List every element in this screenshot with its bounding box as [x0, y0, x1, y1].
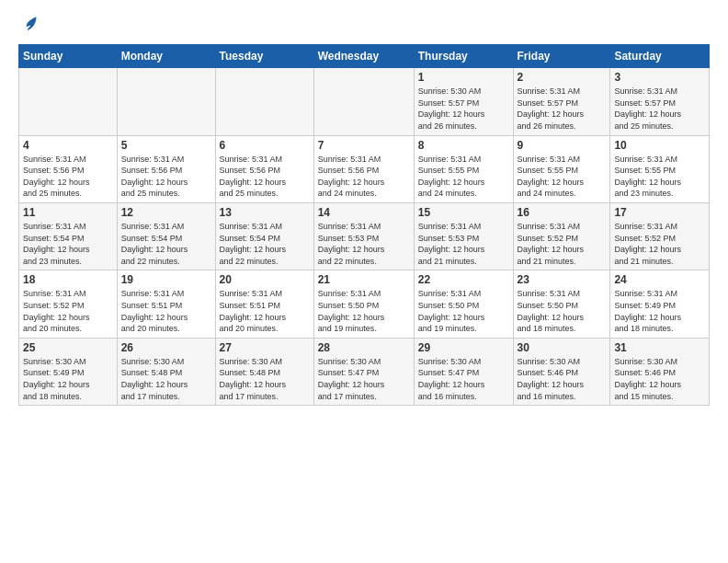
logo-bird-icon [20, 15, 39, 33]
day-number: 17 [614, 206, 705, 219]
calendar-cell: 6Sunrise: 5:31 AM Sunset: 5:56 PM Daylig… [215, 135, 313, 202]
weekday-header: Thursday [414, 45, 513, 68]
day-info: Sunrise: 5:31 AM Sunset: 5:57 PM Dayligh… [518, 86, 607, 132]
calendar-cell: 20Sunrise: 5:31 AM Sunset: 5:51 PM Dayli… [215, 270, 313, 338]
day-info: Sunrise: 5:31 AM Sunset: 5:57 PM Dayligh… [614, 86, 705, 132]
day-number: 28 [318, 341, 410, 354]
logo [18, 15, 39, 33]
day-number: 27 [220, 341, 310, 354]
calendar-table: SundayMondayTuesdayWednesdayThursdayFrid… [18, 44, 710, 406]
day-number: 18 [23, 273, 113, 286]
day-number: 29 [418, 341, 509, 354]
day-info: Sunrise: 5:31 AM Sunset: 5:53 PM Dayligh… [418, 221, 509, 267]
day-info: Sunrise: 5:31 AM Sunset: 5:50 PM Dayligh… [318, 288, 410, 334]
calendar-cell: 12Sunrise: 5:31 AM Sunset: 5:54 PM Dayli… [117, 203, 215, 270]
calendar-cell: 18Sunrise: 5:31 AM Sunset: 5:52 PM Dayli… [19, 270, 118, 338]
day-number: 24 [614, 273, 705, 286]
day-number: 6 [220, 139, 310, 152]
day-number: 25 [23, 341, 113, 354]
calendar-cell: 5Sunrise: 5:31 AM Sunset: 5:56 PM Daylig… [117, 135, 215, 202]
weekday-header: Tuesday [215, 45, 313, 68]
day-info: Sunrise: 5:31 AM Sunset: 5:52 PM Dayligh… [614, 221, 705, 267]
day-info: Sunrise: 5:31 AM Sunset: 5:51 PM Dayligh… [121, 288, 211, 334]
day-info: Sunrise: 5:31 AM Sunset: 5:54 PM Dayligh… [220, 221, 310, 267]
calendar-cell: 30Sunrise: 5:30 AM Sunset: 5:46 PM Dayli… [513, 338, 610, 405]
calendar-cell [19, 68, 118, 135]
calendar-cell: 31Sunrise: 5:30 AM Sunset: 5:46 PM Dayli… [610, 338, 710, 405]
calendar-cell: 2Sunrise: 5:31 AM Sunset: 5:57 PM Daylig… [513, 68, 610, 135]
day-number: 4 [23, 139, 113, 152]
day-info: Sunrise: 5:30 AM Sunset: 5:48 PM Dayligh… [121, 356, 211, 402]
calendar-cell: 27Sunrise: 5:30 AM Sunset: 5:48 PM Dayli… [215, 338, 313, 405]
day-info: Sunrise: 5:31 AM Sunset: 5:55 PM Dayligh… [518, 154, 607, 200]
day-info: Sunrise: 5:31 AM Sunset: 5:52 PM Dayligh… [518, 221, 607, 267]
day-info: Sunrise: 5:30 AM Sunset: 5:46 PM Dayligh… [518, 356, 607, 402]
day-number: 30 [518, 341, 607, 354]
day-info: Sunrise: 5:31 AM Sunset: 5:55 PM Dayligh… [614, 154, 705, 200]
day-number: 11 [23, 206, 113, 219]
calendar-cell: 17Sunrise: 5:31 AM Sunset: 5:52 PM Dayli… [610, 203, 710, 270]
day-number: 2 [518, 71, 607, 84]
calendar-cell: 21Sunrise: 5:31 AM Sunset: 5:50 PM Dayli… [313, 270, 414, 338]
day-info: Sunrise: 5:31 AM Sunset: 5:50 PM Dayligh… [418, 288, 509, 334]
day-number: 8 [418, 139, 509, 152]
day-number: 21 [318, 273, 410, 286]
calendar-cell: 7Sunrise: 5:31 AM Sunset: 5:56 PM Daylig… [313, 135, 414, 202]
day-number: 20 [220, 273, 310, 286]
calendar-cell: 19Sunrise: 5:31 AM Sunset: 5:51 PM Dayli… [117, 270, 215, 338]
calendar-cell [215, 68, 313, 135]
calendar-cell: 10Sunrise: 5:31 AM Sunset: 5:55 PM Dayli… [610, 135, 710, 202]
day-info: Sunrise: 5:31 AM Sunset: 5:50 PM Dayligh… [518, 288, 607, 334]
day-info: Sunrise: 5:30 AM Sunset: 5:49 PM Dayligh… [23, 356, 113, 402]
day-number: 7 [318, 139, 410, 152]
day-info: Sunrise: 5:30 AM Sunset: 5:46 PM Dayligh… [614, 356, 705, 402]
calendar-cell: 4Sunrise: 5:31 AM Sunset: 5:56 PM Daylig… [19, 135, 118, 202]
calendar-cell: 15Sunrise: 5:31 AM Sunset: 5:53 PM Dayli… [414, 203, 513, 270]
day-number: 12 [121, 206, 211, 219]
day-number: 22 [418, 273, 509, 286]
day-info: Sunrise: 5:31 AM Sunset: 5:53 PM Dayligh… [318, 221, 410, 267]
day-number: 10 [614, 139, 705, 152]
calendar-cell: 16Sunrise: 5:31 AM Sunset: 5:52 PM Dayli… [513, 203, 610, 270]
day-number: 23 [518, 273, 607, 286]
day-number: 26 [121, 341, 211, 354]
day-info: Sunrise: 5:31 AM Sunset: 5:49 PM Dayligh… [614, 288, 705, 334]
calendar-cell: 28Sunrise: 5:30 AM Sunset: 5:47 PM Dayli… [313, 338, 414, 405]
calendar-cell: 13Sunrise: 5:31 AM Sunset: 5:54 PM Dayli… [215, 203, 313, 270]
day-number: 3 [614, 71, 705, 84]
day-info: Sunrise: 5:31 AM Sunset: 5:54 PM Dayligh… [23, 221, 113, 267]
calendar-cell: 11Sunrise: 5:31 AM Sunset: 5:54 PM Dayli… [19, 203, 118, 270]
day-number: 15 [418, 206, 509, 219]
day-info: Sunrise: 5:31 AM Sunset: 5:56 PM Dayligh… [318, 154, 410, 200]
day-info: Sunrise: 5:31 AM Sunset: 5:56 PM Dayligh… [220, 154, 310, 200]
day-number: 1 [418, 71, 509, 84]
day-number: 31 [614, 341, 705, 354]
weekday-header: Saturday [610, 45, 710, 68]
day-number: 19 [121, 273, 211, 286]
day-number: 5 [121, 139, 211, 152]
weekday-header: Wednesday [313, 45, 414, 68]
day-number: 14 [318, 206, 410, 219]
day-info: Sunrise: 5:30 AM Sunset: 5:48 PM Dayligh… [220, 356, 310, 402]
calendar-cell: 29Sunrise: 5:30 AM Sunset: 5:47 PM Dayli… [414, 338, 513, 405]
day-info: Sunrise: 5:30 AM Sunset: 5:47 PM Dayligh… [418, 356, 509, 402]
calendar-cell: 1Sunrise: 5:30 AM Sunset: 5:57 PM Daylig… [414, 68, 513, 135]
day-info: Sunrise: 5:31 AM Sunset: 5:56 PM Dayligh… [23, 154, 113, 200]
calendar-cell [117, 68, 215, 135]
calendar-cell: 25Sunrise: 5:30 AM Sunset: 5:49 PM Dayli… [19, 338, 118, 405]
calendar-cell: 26Sunrise: 5:30 AM Sunset: 5:48 PM Dayli… [117, 338, 215, 405]
day-info: Sunrise: 5:31 AM Sunset: 5:54 PM Dayligh… [121, 221, 211, 267]
calendar-cell [313, 68, 414, 135]
logo-text [18, 15, 39, 33]
calendar-cell: 8Sunrise: 5:31 AM Sunset: 5:55 PM Daylig… [414, 135, 513, 202]
calendar-cell: 3Sunrise: 5:31 AM Sunset: 5:57 PM Daylig… [610, 68, 710, 135]
day-number: 9 [518, 139, 607, 152]
day-info: Sunrise: 5:31 AM Sunset: 5:51 PM Dayligh… [220, 288, 310, 334]
day-number: 13 [220, 206, 310, 219]
calendar-cell: 14Sunrise: 5:31 AM Sunset: 5:53 PM Dayli… [313, 203, 414, 270]
weekday-header: Monday [117, 45, 215, 68]
day-info: Sunrise: 5:31 AM Sunset: 5:55 PM Dayligh… [418, 154, 509, 200]
calendar-cell: 22Sunrise: 5:31 AM Sunset: 5:50 PM Dayli… [414, 270, 513, 338]
day-number: 16 [518, 206, 607, 219]
day-info: Sunrise: 5:31 AM Sunset: 5:52 PM Dayligh… [23, 288, 113, 334]
